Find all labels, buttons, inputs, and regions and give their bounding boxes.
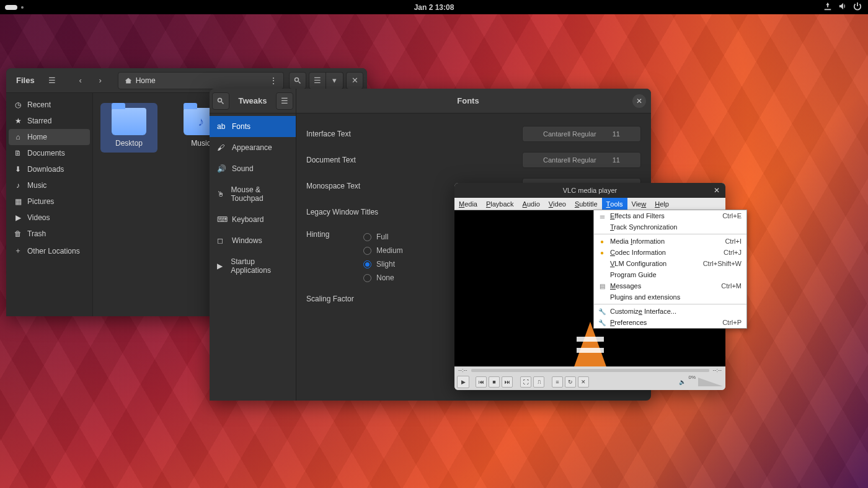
menu-item-messages[interactable]: ▤MessagesCtrl+M (594, 280, 746, 291)
category-fonts[interactable]: abFonts (210, 116, 296, 137)
hinting-option-full[interactable]: Full (363, 230, 403, 244)
radio-icon (363, 233, 371, 241)
category-startup-applications[interactable]: ▶Startup Applications (210, 251, 296, 281)
menu-help[interactable]: Help (650, 198, 673, 210)
font-row-interface-text: Interface TextCantarell Regular 11 (306, 121, 641, 147)
menu-item-effects-and-filters[interactable]: ⚌Effects and FiltersCtrl+E (594, 210, 746, 221)
fullscreen-button[interactable]: ⛶ (520, 376, 531, 388)
stop-button[interactable]: ■ (489, 376, 500, 388)
path-bar[interactable]: Home ⋮ (118, 72, 284, 89)
view-dropdown-button[interactable]: ▾ (326, 72, 343, 89)
network-icon[interactable] (823, 2, 832, 12)
menu-video[interactable]: Video (544, 198, 570, 210)
menu-item-icon: 🔧 (598, 308, 606, 315)
category-windows[interactable]: ◻Windows (210, 230, 296, 251)
ext-settings-button[interactable]: ⎍ (533, 376, 544, 388)
font-picker-button[interactable]: Cantarell Regular 11 (522, 152, 641, 168)
top-panel: Jan 2 13:08 (0, 0, 868, 14)
playlist-button[interactable]: ≡ (552, 376, 563, 388)
sidebar-item-downloads[interactable]: ⬇Downloads (9, 161, 90, 177)
folder-label: Music (191, 139, 210, 148)
clock[interactable]: Jan 2 13:08 (414, 3, 454, 12)
search-button[interactable] (289, 72, 306, 89)
radio-icon (363, 260, 371, 268)
folder-desktop[interactable]: Desktop (100, 103, 157, 153)
volume-icon[interactable] (838, 2, 847, 12)
font-picker-button[interactable]: Cantarell Regular 11 (522, 126, 641, 142)
close-button[interactable]: ✕ (346, 72, 363, 89)
vlc-menubar: MediaPlaybackAudioVideoSubtitleToolsView… (454, 198, 725, 210)
home-icon: ⌂ (14, 133, 22, 141)
sidebar-item-recent[interactable]: ◷Recent (9, 97, 90, 113)
sidebar-item-videos[interactable]: ▶Videos (9, 210, 90, 226)
menu-item-codec-information[interactable]: ●Codec InformationCtrl+J (594, 247, 746, 258)
tweaks-app-label: Tweaks (232, 96, 273, 105)
menu-item-vlm-configuration[interactable]: VLM ConfigurationCtrl+Shift+W (594, 258, 746, 269)
next-button[interactable]: ⏭ (502, 376, 513, 388)
rocket-icon: ▶ (217, 262, 224, 270)
sidebar-item-other-locations[interactable]: ＋Other Locations (9, 242, 90, 260)
view-list-button[interactable]: ☰ (309, 72, 326, 89)
sidebar-item-starred[interactable]: ★Starred (9, 113, 90, 129)
hinting-option-medium[interactable]: Medium (363, 244, 403, 257)
menu-item-label: Messages (610, 282, 717, 290)
sidebar-item-music[interactable]: ♪Music (9, 177, 90, 193)
menu-view[interactable]: View (627, 198, 651, 210)
sidebar-item-home[interactable]: ⌂Home (9, 129, 90, 145)
radio-icon (363, 274, 371, 282)
hinting-radio-group: FullMediumSlightNone (363, 230, 403, 285)
tweaks-search-button[interactable] (212, 92, 229, 110)
svg-point-0 (295, 78, 299, 81)
menu-item-preferences[interactable]: 🔧PreferencesCtrl+P (594, 317, 746, 328)
category-label: Fonts (232, 122, 250, 131)
vlc-titlebar: VLC media player ✕ (454, 183, 725, 198)
category-mouse-touchpad[interactable]: 🖱Mouse & Touchpad (210, 179, 296, 209)
vlc-seek-track[interactable] (471, 369, 709, 372)
menu-item-shortcut: Ctrl+M (721, 282, 742, 290)
menu-audio[interactable]: Audio (518, 198, 544, 210)
download-icon: ⬇ (14, 165, 22, 174)
prev-button[interactable]: ⏮ (476, 376, 487, 388)
path-menu-icon[interactable]: ⋮ (270, 76, 277, 85)
loop-button[interactable]: ↻ (565, 376, 576, 388)
menu-item-icon: ● (598, 238, 606, 245)
menu-media[interactable]: Media (454, 198, 482, 210)
menu-item-track-synchronization[interactable]: Track Synchronization (594, 221, 746, 233)
sidebar-item-documents[interactable]: 🗎Documents (9, 145, 90, 161)
hinting-label: Hinting (306, 230, 331, 239)
menu-item-label: Plugins and extensions (610, 293, 738, 301)
folder-icon (112, 108, 146, 135)
sidebar-item-pictures[interactable]: ▦Pictures (9, 193, 90, 210)
category-sound[interactable]: 🔊Sound (210, 158, 296, 179)
doc-icon: 🗎 (14, 149, 22, 157)
nav-back-button[interactable]: ‹ (72, 72, 89, 89)
menu-playback[interactable]: Playback (482, 198, 518, 210)
menu-item-program-guide[interactable]: Program Guide (594, 269, 746, 280)
menu-item-media-information[interactable]: ●Media InformationCtrl+I (594, 236, 746, 247)
shuffle-button[interactable]: ✕ (578, 376, 589, 388)
category-appearance[interactable]: 🖌Appearance (210, 137, 296, 158)
hinting-option-none[interactable]: None (363, 271, 403, 285)
volume-slider[interactable] (698, 378, 723, 386)
sidebar-item-label: Videos (27, 213, 50, 222)
activities-area[interactable] (0, 5, 24, 10)
hinting-option-slight[interactable]: Slight (363, 257, 403, 271)
hamburger-button[interactable]: ☰ (43, 72, 61, 89)
vlc-time-remaining: --:-- (713, 367, 722, 373)
sidebar-item-trash[interactable]: 🗑Trash (9, 226, 90, 242)
mute-icon[interactable]: 🔈 (679, 379, 686, 385)
menu-item-plugins-and-extensions[interactable]: Plugins and extensions (594, 291, 746, 303)
menu-item-label: Effects and Filters (610, 212, 719, 220)
vlc-close-button[interactable]: ✕ (712, 185, 722, 195)
category-keyboard[interactable]: ⌨Keyboard (210, 209, 296, 230)
menu-item-label: Program Guide (610, 271, 738, 278)
tweaks-menu-button[interactable]: ☰ (276, 92, 293, 110)
sidebar-item-label: Trash (27, 229, 46, 238)
play-button[interactable]: ▶ (457, 376, 469, 388)
menu-item-customize-interface-[interactable]: 🔧Customize Interface... (594, 306, 746, 317)
menu-tools[interactable]: Tools (602, 198, 627, 210)
nav-forward-button[interactable]: › (92, 72, 109, 89)
power-icon[interactable] (853, 2, 862, 12)
tweaks-close-button[interactable]: ✕ (632, 94, 646, 108)
menu-subtitle[interactable]: Subtitle (570, 198, 602, 210)
